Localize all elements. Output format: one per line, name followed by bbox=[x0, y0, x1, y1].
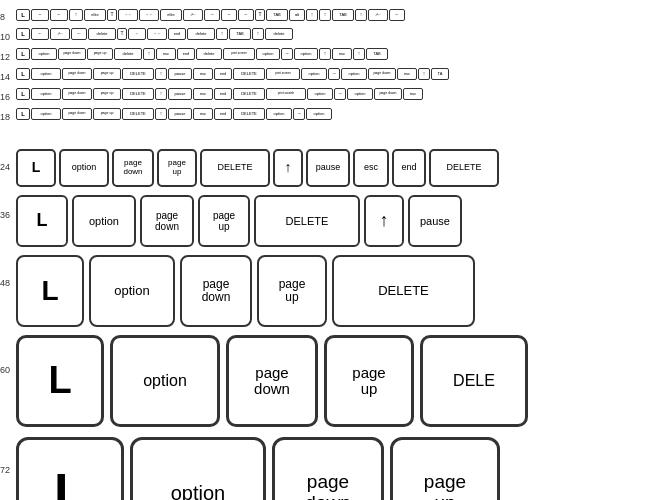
key-pgdown-r24[interactable]: page down bbox=[112, 149, 154, 187]
key-uarr3-r12[interactable]: ↑ bbox=[353, 48, 365, 60]
key-uarr-r24[interactable]: ↑ bbox=[273, 149, 303, 187]
key-esc-r14[interactable]: esc bbox=[193, 68, 213, 80]
key-L-r12[interactable]: L bbox=[16, 48, 30, 60]
key-option-r24[interactable]: option bbox=[59, 149, 109, 187]
key-DELETE-r14[interactable]: DELETE bbox=[122, 68, 154, 80]
key-option-r72[interactable]: option bbox=[130, 437, 266, 500]
key-pgdown-r72[interactable]: page down bbox=[272, 437, 384, 500]
key-TAB-r8[interactable]: TAB bbox=[266, 9, 288, 21]
key-T-r10[interactable]: T bbox=[117, 28, 127, 40]
key-rarr-r18[interactable]: → bbox=[293, 108, 305, 120]
key-esc-r16[interactable]: esc bbox=[193, 88, 213, 100]
key-L-r18[interactable]: L bbox=[16, 108, 30, 120]
key-pgup-r36[interactable]: page up bbox=[198, 195, 250, 247]
key-option-r36[interactable]: option bbox=[72, 195, 136, 247]
key-option-r48[interactable]: option bbox=[89, 255, 175, 327]
key-L-r48[interactable]: L bbox=[16, 255, 84, 327]
key-pause-r16[interactable]: pause bbox=[168, 88, 192, 100]
key-L-r8[interactable]: L bbox=[16, 9, 30, 21]
key-esc2-r16[interactable]: esc bbox=[403, 88, 423, 100]
key-esc-r18[interactable]: esc bbox=[193, 108, 213, 120]
key-TA-r14[interactable]: TA bbox=[431, 68, 449, 80]
key-end-r14[interactable]: end bbox=[214, 68, 232, 80]
key-L-r60[interactable]: L bbox=[16, 335, 104, 427]
key-uarr2-r12[interactable]: ↑ bbox=[319, 48, 331, 60]
key-option1-r16[interactable]: option bbox=[31, 88, 61, 100]
key-L-r72[interactable]: L bbox=[16, 437, 124, 500]
key-uarr3-r8[interactable]: ↑ bbox=[355, 9, 367, 21]
key-uarr-r16[interactable]: ↑ bbox=[155, 88, 167, 100]
key-tilde-r8[interactable]: ~ bbox=[31, 9, 49, 21]
key-uarr-r18[interactable]: ↑ bbox=[155, 108, 167, 120]
key-print-r16[interactable]: print scratch bbox=[266, 88, 306, 100]
key-arrows1-r8[interactable]: →← bbox=[118, 9, 138, 21]
key-T1-r8[interactable]: T bbox=[107, 9, 117, 21]
key-pgdown2-r16[interactable]: page down bbox=[374, 88, 402, 100]
key-arr2-r8[interactable]: ↑ bbox=[69, 9, 83, 21]
key-nearr-r10[interactable]: ↗← bbox=[50, 28, 70, 40]
key-pgdown-r48[interactable]: page down bbox=[180, 255, 252, 327]
key-uarr1-r8[interactable]: ↑ bbox=[306, 9, 318, 21]
key-end-r12[interactable]: end bbox=[177, 48, 195, 60]
key-DELETE-r36[interactable]: DELETE bbox=[254, 195, 360, 247]
key-rarr-r14[interactable]: → bbox=[328, 68, 340, 80]
key-alt-r8[interactable]: alt bbox=[289, 9, 305, 21]
key-end-r24[interactable]: end bbox=[392, 149, 426, 187]
key-pause-r18[interactable]: pause bbox=[168, 108, 192, 120]
key-pgup-r18[interactable]: page up bbox=[93, 108, 121, 120]
key-pgdown1-r12[interactable]: page down bbox=[58, 48, 86, 60]
key-nearr2-r8[interactable]: ↗← bbox=[368, 9, 388, 21]
key-end-r18[interactable]: end bbox=[214, 108, 232, 120]
key-delete1-r10[interactable]: delete bbox=[88, 28, 116, 40]
key-option1-r12[interactable]: option bbox=[31, 48, 57, 60]
key-option3-r18[interactable]: option bbox=[306, 108, 332, 120]
key-T2-r8[interactable]: T bbox=[255, 9, 265, 21]
key-option3-r16[interactable]: option bbox=[347, 88, 373, 100]
key-pgup-r72[interactable]: page up bbox=[390, 437, 500, 500]
key-delete2-r12[interactable]: delete bbox=[196, 48, 222, 60]
key-DELETE2-r18[interactable]: DELETE bbox=[233, 108, 265, 120]
key-pgdown1-r14[interactable]: page down bbox=[62, 68, 92, 80]
key-pause-r24[interactable]: pause bbox=[306, 149, 350, 187]
key-end-r16[interactable]: end bbox=[214, 88, 232, 100]
key-L-r10[interactable]: L bbox=[16, 28, 30, 40]
key-pgup-r48[interactable]: page up bbox=[257, 255, 327, 327]
key-option3-r14[interactable]: option bbox=[341, 68, 367, 80]
key-uarr-r36[interactable]: ↑ bbox=[364, 195, 404, 247]
key-option1-r18[interactable]: option bbox=[31, 108, 61, 120]
key-arr2-r10[interactable]: ← bbox=[128, 28, 146, 40]
key-DELETE-r24[interactable]: DELETE bbox=[200, 149, 270, 187]
key-esc-r12[interactable]: esc bbox=[156, 48, 176, 60]
key-tilde2-r8[interactable]: ~ bbox=[221, 9, 237, 21]
key-nearr-r8[interactable]: ↗← bbox=[183, 9, 203, 21]
key-uarr2-r8[interactable]: ↑ bbox=[319, 9, 331, 21]
key-L-r36[interactable]: L bbox=[16, 195, 68, 247]
key-pgdown1-r16[interactable]: page down bbox=[62, 88, 92, 100]
key-pgup1-r16[interactable]: page up bbox=[93, 88, 121, 100]
key-DELETE-r16[interactable]: DELETE bbox=[122, 88, 154, 100]
key-larr-r10[interactable]: ← bbox=[71, 28, 87, 40]
key-DELETE2-r14[interactable]: DELETE bbox=[233, 68, 265, 80]
key-DELETE-r48[interactable]: DELETE bbox=[332, 255, 475, 327]
key-arrows-r10[interactable]: →← bbox=[147, 28, 167, 40]
key-esc2-r14[interactable]: esc bbox=[397, 68, 417, 80]
key-L-r14[interactable]: L bbox=[16, 68, 30, 80]
key-DELETE-r18[interactable]: DELETE bbox=[122, 108, 154, 120]
key-elite2-r8[interactable]: elite bbox=[160, 9, 182, 21]
key-pgdown-r36[interactable]: page down bbox=[140, 195, 194, 247]
key-option2-r12[interactable]: option bbox=[256, 48, 280, 60]
key-option1-r14[interactable]: option bbox=[31, 68, 61, 80]
key-option2-r14[interactable]: option bbox=[301, 68, 327, 80]
key-pgdown-r60[interactable]: page down bbox=[226, 335, 318, 427]
key-pgdown-r18[interactable]: page down bbox=[62, 108, 92, 120]
key-pause-r14[interactable]: pause bbox=[168, 68, 192, 80]
key-arrows2-r8[interactable]: →← bbox=[139, 9, 159, 21]
key-DELETE2-r24[interactable]: DELETE bbox=[429, 149, 499, 187]
key-pause-r36[interactable]: pause bbox=[408, 195, 462, 247]
key-DELETE2-r16[interactable]: DELETE bbox=[233, 88, 265, 100]
key-TAB2-r8[interactable]: TAB bbox=[332, 9, 354, 21]
key-larr-r8[interactable]: ← bbox=[238, 9, 254, 21]
key-elite1-r8[interactable]: elite bbox=[84, 9, 106, 21]
key-rarr-r16[interactable]: → bbox=[334, 88, 346, 100]
key-pgup-r60[interactable]: page up bbox=[324, 335, 414, 427]
